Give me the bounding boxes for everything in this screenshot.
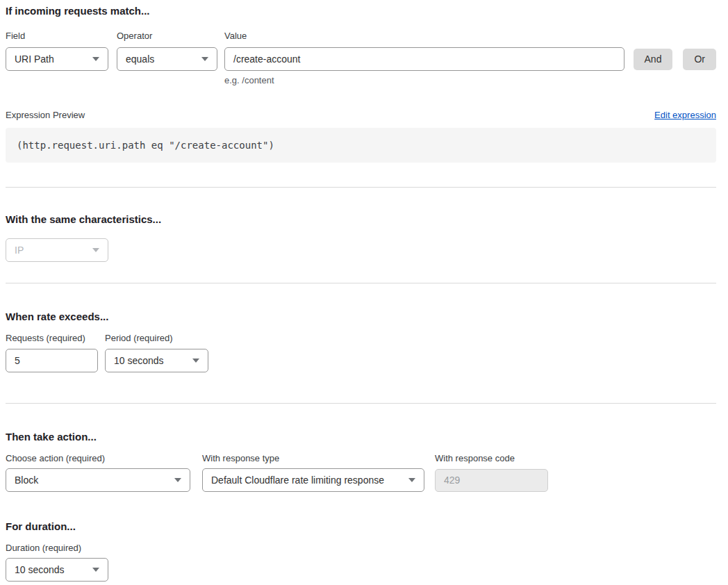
duration-labels-row: Duration (required) — [6, 543, 716, 554]
response-code-input — [435, 469, 548, 492]
duration-heading: For duration... — [6, 521, 716, 532]
chevron-down-icon — [192, 359, 199, 363]
field-select[interactable]: URI Path — [6, 47, 108, 71]
action-controls-row: Block Default Cloudflare rate limiting r… — [6, 468, 716, 492]
duration-controls-row: 10 seconds — [6, 558, 716, 582]
rate-controls-row: 10 seconds — [6, 349, 716, 372]
section-divider — [6, 283, 716, 283]
value-hint: e.g. /content — [224, 75, 716, 86]
expression-code-box: (http.request.uri.path eq "/create-accou… — [6, 128, 716, 163]
rate-limit-rule-form: If incoming requests match... Field Oper… — [0, 0, 728, 582]
action-heading: Then take action... — [6, 431, 716, 442]
duration-label: Duration (required) — [6, 543, 108, 554]
chevron-down-icon — [92, 568, 99, 572]
section-duration: For duration... Duration (required) 10 s… — [6, 521, 716, 582]
period-label: Period (required) — [105, 333, 208, 344]
response-type-select[interactable]: Default Cloudflare rate limiting respons… — [202, 468, 424, 492]
response-type-label: With response type — [202, 453, 424, 464]
match-labels-row: Field Operator Value — [6, 31, 716, 42]
chevron-down-icon — [92, 248, 99, 252]
characteristics-select-value: IP — [15, 245, 24, 256]
rate-labels-row: Requests (required) Period (required) — [6, 333, 716, 344]
period-select-value: 10 seconds — [114, 355, 164, 366]
expression-preview-label: Expression Preview — [6, 110, 85, 121]
expression-code: (http.request.uri.path eq "/create-accou… — [17, 140, 274, 151]
characteristics-select[interactable]: IP — [6, 238, 108, 262]
rate-heading: When rate exceeds... — [6, 311, 716, 322]
field-label: Field — [6, 31, 108, 42]
operator-label: Operator — [117, 31, 217, 42]
value-label: Value — [224, 31, 716, 42]
response-code-label: With response code — [435, 453, 548, 464]
chevron-down-icon — [201, 57, 208, 61]
requests-input[interactable] — [6, 349, 98, 372]
section-divider — [6, 187, 716, 188]
characteristics-controls-row: IP — [6, 238, 716, 262]
or-button[interactable]: Or — [683, 49, 716, 70]
characteristics-heading: With the same characteristics... — [6, 214, 716, 224]
match-controls-row: URI Path equals And Or — [6, 47, 716, 71]
expression-header: Expression Preview Edit expression — [6, 110, 716, 121]
operator-select-value: equals — [126, 53, 154, 65]
choose-action-select[interactable]: Block — [6, 468, 190, 492]
chevron-down-icon — [408, 478, 415, 482]
duration-select[interactable]: 10 seconds — [6, 558, 108, 582]
section-divider — [6, 403, 716, 404]
edit-expression-link[interactable]: Edit expression — [654, 110, 716, 121]
requests-label: Requests (required) — [6, 333, 98, 344]
choose-action-label: Choose action (required) — [6, 453, 190, 464]
section-characteristics: With the same characteristics... IP — [6, 214, 716, 262]
and-button[interactable]: And — [634, 49, 673, 70]
section-expression-preview: Expression Preview Edit expression (http… — [6, 110, 716, 163]
field-select-value: URI Path — [15, 53, 54, 65]
chevron-down-icon — [92, 57, 99, 61]
duration-select-value: 10 seconds — [15, 564, 65, 575]
action-labels-row: Choose action (required) With response t… — [6, 453, 716, 464]
value-input[interactable] — [224, 47, 624, 71]
period-select[interactable]: 10 seconds — [105, 349, 208, 372]
section-rate: When rate exceeds... Requests (required)… — [6, 311, 716, 372]
match-heading: If incoming requests match... — [6, 6, 716, 16]
section-action: Then take action... Choose action (requi… — [6, 431, 716, 492]
chevron-down-icon — [174, 478, 181, 482]
response-type-select-value: Default Cloudflare rate limiting respons… — [211, 475, 384, 486]
section-match: If incoming requests match... Field Oper… — [6, 6, 716, 86]
choose-action-select-value: Block — [15, 475, 38, 486]
operator-select[interactable]: equals — [117, 47, 217, 71]
